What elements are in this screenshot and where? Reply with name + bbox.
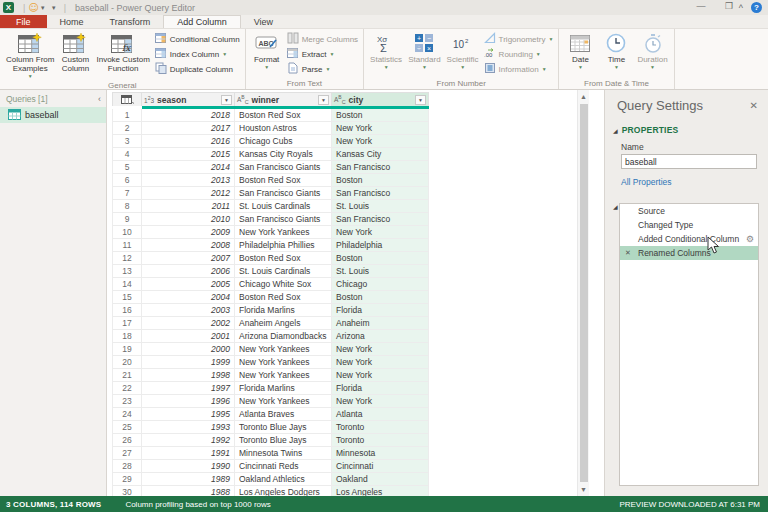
duration-button[interactable]: Duration ▼ (634, 30, 670, 71)
cell-season[interactable]: 2005 (142, 278, 235, 291)
cell-season[interactable]: 1989 (142, 473, 235, 486)
cell-winner[interactable]: New York Yankees (235, 395, 332, 408)
tab-file[interactable]: File (0, 15, 47, 28)
duplicate-column-button[interactable]: Duplicate Column (155, 62, 240, 76)
row-number[interactable]: 4 (112, 148, 142, 161)
cell-winner[interactable]: New York Yankees (235, 226, 332, 239)
scroll-up-icon[interactable]: ▲ (578, 90, 589, 103)
information-button[interactable]: Information▼ (484, 62, 554, 76)
applied-steps-collapse-icon[interactable]: ◢ (613, 203, 618, 210)
trigonometry-button[interactable]: Trigonometry▼ (484, 32, 554, 46)
cell-winner[interactable]: San Francisco Giants (235, 161, 332, 174)
cell-city[interactable]: San Francisco (332, 187, 429, 200)
cell-winner[interactable]: Oakland Athletics (235, 473, 332, 486)
merge-columns-button[interactable]: Merge Columns (287, 32, 358, 46)
status-profiling-note[interactable]: Column profiling based on top 1000 rows (125, 500, 270, 509)
row-number[interactable]: 24 (112, 408, 142, 421)
cell-city[interactable]: St. Louis (332, 265, 429, 278)
smiley-dropdown-icon[interactable]: ▼ (40, 5, 46, 11)
row-number[interactable]: 15 (112, 291, 142, 304)
conditional-column-button[interactable]: Conditional Column (155, 32, 240, 46)
row-number[interactable]: 27 (112, 447, 142, 460)
cell-season[interactable]: 2002 (142, 317, 235, 330)
cell-winner[interactable]: Atlanta Braves (235, 408, 332, 421)
invoke-custom-button[interactable]: fx Invoke CustomFunction (93, 30, 152, 74)
scrollbar-thumb[interactable] (580, 104, 588, 482)
text-type-icon[interactable]: ABC (237, 94, 249, 105)
row-number[interactable]: 26 (112, 434, 142, 447)
cell-season[interactable]: 1997 (142, 382, 235, 395)
cell-season[interactable]: 2014 (142, 161, 235, 174)
row-number[interactable]: 30 (112, 486, 142, 496)
cell-city[interactable]: Boston (332, 109, 429, 122)
cell-city[interactable]: Boston (332, 252, 429, 265)
cell-season[interactable]: 1995 (142, 408, 235, 421)
cell-city[interactable]: Los Angeles (332, 486, 429, 496)
feedback-smiley-icon[interactable]: ☺ (28, 3, 38, 13)
tab-view[interactable]: View (241, 15, 286, 28)
cell-winner[interactable]: Toronto Blue Jays (235, 421, 332, 434)
cell-season[interactable]: 2003 (142, 304, 235, 317)
row-number[interactable]: 14 (112, 278, 142, 291)
scientific-button[interactable]: 102 Scientific ▼ (444, 30, 482, 71)
cell-season[interactable]: 1993 (142, 421, 235, 434)
cell-winner[interactable]: Boston Red Sox (235, 252, 332, 265)
cell-winner[interactable]: New York Yankees (235, 369, 332, 382)
properties-collapse-icon[interactable]: ◢ (613, 127, 618, 134)
tab-transform[interactable]: Transform (97, 15, 164, 28)
column-header-winner[interactable]: ABC winner ▼ (235, 92, 332, 106)
statistics-button[interactable]: ΧσΣ Statistics ▼ (367, 30, 405, 71)
extract-button[interactable]: Extract▼ (287, 47, 358, 61)
cell-winner[interactable]: Florida Marlins (235, 304, 332, 317)
applied-step-changed-type[interactable]: Changed Type (620, 218, 758, 232)
collapse-queries-pane-icon[interactable]: ‹ (98, 94, 101, 104)
filter-dropdown-icon[interactable]: ▼ (415, 95, 426, 105)
custom-button[interactable]: CustomColumn (57, 30, 93, 74)
cell-winner[interactable]: Chicago White Sox (235, 278, 332, 291)
cell-season[interactable]: 2000 (142, 343, 235, 356)
row-number[interactable]: 8 (112, 200, 142, 213)
cell-city[interactable]: Cincinnati (332, 460, 429, 473)
cell-season[interactable]: 2006 (142, 265, 235, 278)
row-number[interactable]: 11 (112, 239, 142, 252)
cell-city[interactable]: Florida (332, 304, 429, 317)
cell-winner[interactable]: Toronto Blue Jays (235, 434, 332, 447)
row-number[interactable]: 13 (112, 265, 142, 278)
cell-season[interactable]: 2011 (142, 200, 235, 213)
cell-winner[interactable]: Boston Red Sox (235, 174, 332, 187)
cell-city[interactable]: New York (332, 226, 429, 239)
row-number[interactable]: 5 (112, 161, 142, 174)
cell-city[interactable]: New York (332, 369, 429, 382)
cell-season[interactable]: 2015 (142, 148, 235, 161)
cell-winner[interactable]: Philadelphia Phillies (235, 239, 332, 252)
delete-step-icon[interactable]: ✕ (625, 249, 631, 257)
row-number[interactable]: 9 (112, 213, 142, 226)
applied-step-source[interactable]: Source (620, 204, 758, 218)
row-number[interactable]: 28 (112, 460, 142, 473)
cell-season[interactable]: 2001 (142, 330, 235, 343)
collapse-ribbon-icon[interactable]: ^ (739, 3, 743, 13)
cell-winner[interactable]: Chicago Cubs (235, 135, 332, 148)
row-number[interactable]: 12 (112, 252, 142, 265)
column-header-city[interactable]: ABC city ▼ (332, 92, 429, 106)
cell-city[interactable]: Arizona (332, 330, 429, 343)
row-number[interactable]: 23 (112, 395, 142, 408)
cell-winner[interactable]: Minnesota Twins (235, 447, 332, 460)
scroll-down-icon[interactable]: ▼ (578, 483, 589, 496)
cell-season[interactable]: 1992 (142, 434, 235, 447)
cell-season[interactable]: 2012 (142, 187, 235, 200)
cell-city[interactable]: New York (332, 122, 429, 135)
query-name-input[interactable] (621, 154, 757, 169)
cell-season[interactable]: 2016 (142, 135, 235, 148)
cell-city[interactable]: Kansas City (332, 148, 429, 161)
cell-winner[interactable]: San Francisco Giants (235, 187, 332, 200)
help-icon[interactable]: ? (751, 2, 762, 13)
row-number[interactable]: 3 (112, 135, 142, 148)
cell-winner[interactable]: Arizona Diamondbacks (235, 330, 332, 343)
cell-winner[interactable]: Kansas City Royals (235, 148, 332, 161)
rounding-button[interactable]: .00Rounding▼ (484, 47, 554, 61)
cell-season[interactable]: 1990 (142, 460, 235, 473)
cell-city[interactable]: Toronto (332, 421, 429, 434)
row-number[interactable]: 16 (112, 304, 142, 317)
cell-winner[interactable]: Cincinnati Reds (235, 460, 332, 473)
